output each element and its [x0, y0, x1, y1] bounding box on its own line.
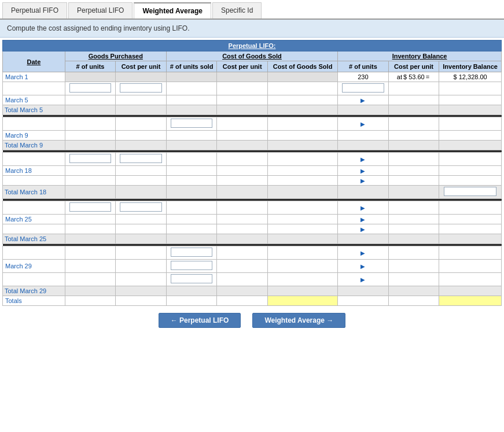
march1-inv-balance: $ 12,328.00	[439, 72, 502, 82]
march1-cogs-total	[267, 72, 337, 82]
tab-bar: Perpetual FIFO Perpetual LIFO Weighted A…	[0, 0, 504, 20]
info-text: Compute the cost assigned to ending inve…	[7, 24, 190, 32]
march9-input-row: ▶	[3, 117, 502, 131]
march1-gp-units	[65, 72, 116, 82]
march9-label: March 9	[3, 131, 65, 141]
march18-label: March 18	[3, 166, 65, 176]
march25-label: March 25	[3, 215, 65, 224]
inventory-balance-header: Inventory Balance	[338, 51, 502, 61]
total-march29-label: Total March 29	[3, 286, 65, 296]
march1-row: March 1 230 at$ 53.60= $ 12,328.00	[3, 72, 502, 82]
input-box[interactable]	[444, 187, 496, 196]
inv-balance-header: Inventory Balance	[439, 61, 502, 72]
march18-row: March 18 ▶	[3, 166, 502, 176]
spacer-row-1	[3, 82, 502, 95]
march5-label: March 5	[3, 95, 65, 105]
march1-at-cost: at$ 53.60=	[388, 72, 439, 82]
input-box[interactable]	[120, 83, 161, 93]
cost-of-goods-sold-header: Cost of Goods Sold	[166, 51, 337, 61]
march25-input-row1: ▶	[3, 201, 502, 215]
march1-inv-units: 230	[338, 72, 389, 82]
table-title: Perpetual LIFO:	[3, 40, 502, 51]
date-header: Date	[3, 51, 65, 72]
next-button[interactable]: Weighted Average →	[252, 313, 345, 328]
table-title-row: Perpetual LIFO:	[3, 40, 502, 51]
input-box[interactable]	[171, 261, 212, 270]
totals-label: Totals	[3, 296, 65, 306]
input-box[interactable]	[69, 83, 111, 93]
input-box[interactable]	[171, 274, 212, 283]
march9-row: March 9	[3, 131, 502, 141]
section-header-row: Date Goods Purchased Cost of Goods Sold …	[3, 51, 502, 61]
input-box[interactable]	[120, 202, 161, 212]
inv-cost-header: Cost per unit	[388, 61, 439, 72]
total-march25-row: Total March 25	[3, 234, 502, 244]
perpetual-lifo-table: Perpetual LIFO: Date Goods Purchased Cos…	[2, 40, 502, 306]
tab-perpetual-fifo[interactable]: Perpetual FIFO	[2, 2, 67, 19]
totals-inv-balance	[439, 296, 502, 306]
total-march9-label: Total March 9	[3, 141, 65, 150]
tab-specific-id[interactable]: Specific Id	[212, 2, 262, 19]
cogs-cost-header: Cost per unit	[217, 61, 268, 72]
march29-label: March 29	[3, 260, 65, 273]
march1-label: March 1	[3, 72, 65, 82]
input-box[interactable]	[69, 202, 111, 212]
total-march9-row: Total March 9	[3, 141, 502, 150]
march18-input-row1: ▶	[3, 153, 502, 166]
march1-gp-cost	[116, 72, 167, 82]
input-box[interactable]	[171, 119, 212, 128]
total-march5-row: Total March 5	[3, 105, 502, 115]
gp-cost-header: Cost per unit	[116, 61, 167, 72]
input-box[interactable]	[342, 83, 384, 93]
march5-row: March 5 ▶	[3, 95, 502, 105]
march1-cogs-units	[166, 72, 217, 82]
main-table-container: Perpetual LIFO: Date Goods Purchased Cos…	[0, 38, 504, 308]
gp-units-header: # of units	[65, 61, 116, 72]
tab-weighted-average[interactable]: Weighted Average	[134, 2, 211, 19]
march25-row: March 25 ▶	[3, 215, 502, 224]
total-march29-row: Total March 29	[3, 286, 502, 296]
march18-input-row2: ▶	[3, 176, 502, 186]
total-march18-row: Total March 18	[3, 186, 502, 199]
inv-units-header: # of units	[338, 61, 389, 72]
input-box[interactable]	[120, 154, 161, 163]
tab-perpetual-lifo[interactable]: Perpetual LIFO	[68, 2, 133, 19]
info-bar: Compute the cost assigned to ending inve…	[0, 20, 504, 38]
cogs-total-header: Cost of Goods Sold	[267, 61, 337, 72]
goods-purchased-header: Goods Purchased	[65, 51, 166, 61]
march29-input-row1: ▶	[3, 246, 502, 260]
totals-row: Totals	[3, 296, 502, 306]
input-box[interactable]	[171, 248, 212, 257]
march1-cogs-cost	[217, 72, 268, 82]
total-march5-label: Total March 5	[3, 105, 65, 115]
bottom-bar: ← Perpetual LIFO Weighted Average →	[0, 308, 504, 333]
totals-cogs	[267, 296, 337, 306]
total-march18-label: Total March 18	[3, 186, 65, 199]
prev-button[interactable]: ← Perpetual LIFO	[159, 313, 241, 328]
cogs-units-header: # of units sold	[166, 61, 217, 72]
input-box[interactable]	[69, 154, 111, 163]
col-header-row: # of units Cost per unit # of units sold…	[3, 61, 502, 72]
march29-row: March 29 ▶	[3, 260, 502, 273]
march29-row3: ▶	[3, 273, 502, 286]
march25-row3: ▶	[3, 224, 502, 234]
total-march25-label: Total March 25	[3, 234, 65, 244]
